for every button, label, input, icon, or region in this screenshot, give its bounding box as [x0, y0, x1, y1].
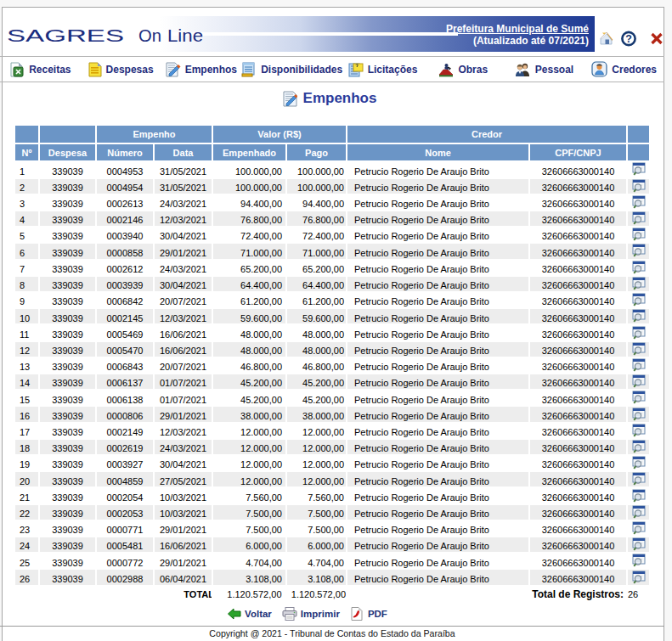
svg-text:?: ?: [625, 33, 632, 45]
svg-text:Line: Line: [167, 25, 203, 45]
svg-text:SAGRES: SAGRES: [7, 25, 124, 45]
svg-text:On: On: [138, 25, 161, 45]
